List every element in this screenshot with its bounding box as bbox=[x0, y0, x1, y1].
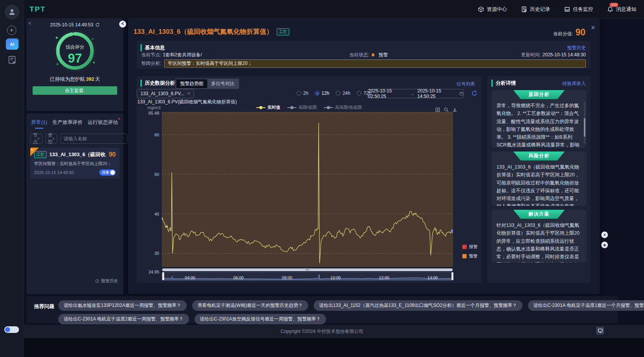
notification-badge: 103 bbox=[609, 3, 618, 7]
tab-status-eval[interactable]: 运行状态评估 bbox=[88, 119, 118, 129]
panel-timestamp: 2025-10-15 14:49:53 bbox=[50, 22, 93, 28]
type-select[interactable]: 类型▾ bbox=[45, 134, 57, 144]
tab-efficiency[interactable]: 生产效率评价 bbox=[52, 119, 83, 129]
cause-analysis-text: 异常，导致燃烧不完全，产生过多的氮氧化物。 2. **工艺参数波动**：混合气流… bbox=[496, 102, 582, 148]
chart-plot-area bbox=[162, 112, 453, 267]
date-range-picker[interactable]: 2025-10-15 02:50:25 → 2025-10-15 14:50:2… bbox=[368, 89, 464, 98]
question-chip[interactable]: 请给出C-2301A 电机定子温度2最近一周报警、预警频率？ bbox=[58, 314, 189, 324]
tag-chip[interactable]: 133_AI_1303_6.PV... × bbox=[137, 89, 194, 98]
section-title: 历史数据分析 bbox=[141, 80, 175, 87]
section-title: 分析详情 bbox=[491, 80, 516, 87]
user-avatar[interactable] bbox=[5, 5, 19, 19]
new-session-button[interactable]: + bbox=[7, 26, 16, 35]
datazoom-slider[interactable] bbox=[162, 272, 453, 280]
clock-icon bbox=[95, 279, 99, 283]
top-header: TPT 资源中心 历史记录 任务监控 103 消息通知 bbox=[0, 0, 644, 19]
refresh-chart-button[interactable] bbox=[471, 90, 477, 96]
tag-list-link[interactable]: 位号列表 bbox=[457, 81, 475, 87]
x-tick-label: 04:00 bbox=[182, 275, 199, 280]
top-nav: 资源中心 历史记录 任务监控 103 消息通知 bbox=[478, 0, 636, 19]
question-chip[interactable]: 请给出氨水输送泵133P1202A最近一周报警、预警频率？ bbox=[58, 300, 187, 311]
chart-scrollbar[interactable] bbox=[162, 268, 453, 271]
solution-card: 解决方案 针对133_AI_1303_6（硫回收烟气氮氧化物折算值）实时值高于窄… bbox=[491, 210, 587, 263]
close-icon[interactable]: × bbox=[591, 24, 595, 32]
question-chip[interactable]: 请给出C-2301A 电机定子温度1最近一个月报警、预警频率？ bbox=[528, 300, 644, 311]
current-score-value: 90 bbox=[575, 27, 585, 38]
radio-24h[interactable]: 24h bbox=[336, 91, 350, 96]
alarm-bell-icon bbox=[371, 53, 375, 57]
section-title: 基本信息 bbox=[141, 44, 165, 51]
inbox-icon bbox=[564, 6, 570, 12]
nav-label: 历史记录 bbox=[530, 6, 550, 13]
status-legend-item[interactable]: 预警 bbox=[462, 253, 477, 259]
nav-history[interactable]: 历史记录 bbox=[521, 6, 550, 13]
alarm-toggle[interactable]: 报警 bbox=[99, 169, 116, 176]
x-tick-label: 06:00 bbox=[230, 275, 247, 280]
app-logo: TPT bbox=[30, 5, 46, 14]
score-panel: < 2025-10-15 14:49:53 综合评分 97 bbox=[26, 19, 123, 111]
status-legend-item[interactable]: 报警 bbox=[462, 244, 477, 250]
app-root: TPT 资源中心 历史记录 任务监控 103 消息通知 bbox=[0, 0, 644, 357]
tag-chip-label: 133_AI_1303_6.PV... bbox=[141, 91, 184, 96]
tab-multi-tag[interactable]: 多位号对比 bbox=[207, 79, 238, 88]
nav-label: 任务监控 bbox=[573, 6, 593, 13]
ai-assistant-button[interactable]: AI bbox=[6, 39, 18, 50]
escort-days: 392 bbox=[86, 76, 94, 82]
journal-icon[interactable] bbox=[7, 55, 17, 64]
nav-notifications[interactable]: 103 消息通知 bbox=[607, 6, 636, 13]
card-scroll-thumb[interactable] bbox=[584, 118, 585, 137]
card-ribbon: 风险分析 bbox=[514, 152, 565, 160]
nav-resource-center[interactable]: 资源中心 bbox=[478, 6, 507, 13]
remove-chip-icon[interactable]: × bbox=[187, 91, 190, 96]
tab-anomaly[interactable]: 异常(1) bbox=[31, 119, 47, 129]
question-chip[interactable]: 查看电机定子测温(W相)最近一天的预警历史趋势？ bbox=[192, 300, 308, 311]
risk-analysis-card: 风险分析 133_AI_1303_6（硫回收烟气氮氧化物折算值）实时值若高于窄区… bbox=[491, 152, 587, 206]
name-search-input[interactable] bbox=[60, 134, 127, 144]
card-ribbon: 原因分析 bbox=[514, 90, 565, 99]
collapse-arrow-icon[interactable]: < bbox=[28, 20, 31, 26]
history-analysis-section: 历史数据分析 预警趋势图 多位号对比 位号列表 133_AI_1303_6.PV… bbox=[137, 76, 481, 283]
theme-toggle[interactable] bbox=[4, 326, 19, 333]
alert-list-item[interactable]: S 工艺 133_AI_1303_6（硫回收... 90 窄区间预警：实时值高于… bbox=[30, 148, 120, 179]
nav-task-monitor[interactable]: 任务监控 bbox=[564, 6, 593, 13]
legend-item[interactable]: 实时值 bbox=[256, 104, 280, 110]
warn-history-link[interactable]: 预警历史 bbox=[567, 45, 586, 51]
panel-collapse-button[interactable]: < bbox=[119, 21, 126, 28]
experience-entry-link[interactable]: 经验库录入 bbox=[562, 80, 586, 87]
legend-item[interactable]: 高高限/低低限 bbox=[324, 104, 362, 110]
craft-tag: 工艺 bbox=[34, 151, 47, 158]
bell-icon: 103 bbox=[607, 6, 613, 12]
updated-time: 更新时间:2025-10-15 14:48:30 bbox=[521, 52, 586, 58]
legend-item[interactable]: 高限/低限 bbox=[287, 104, 317, 110]
footer: Copyright ©2024 中控技术股份有限公司 bbox=[0, 325, 644, 338]
tab-warn-trend[interactable]: 预警趋势图 bbox=[176, 79, 207, 88]
cube-icon bbox=[478, 6, 484, 12]
cause-analysis-card: 原因分析 异常，导致燃烧不完全，产生过多的氮氧化物。 2. **工艺参数波动**… bbox=[491, 90, 587, 148]
solution-text: 针对133_AI_1303_6（硫回收烟气氮氧化物折算值）实时值高于窄区间上限2… bbox=[496, 221, 582, 263]
radio-2h[interactable]: 2h bbox=[297, 91, 308, 96]
corner-flag-icon: S bbox=[30, 148, 34, 152]
nav-label: 消息通知 bbox=[616, 6, 636, 13]
questions-label: 推荐问题 bbox=[34, 303, 54, 310]
question-chip[interactable]: 请给出C-2301A放空阀反馈信号最近一周报警、预警频率？ bbox=[194, 314, 326, 324]
float-close-button[interactable]: × bbox=[601, 232, 608, 238]
chart-mode-tabs: 预警趋势图 多位号对比 bbox=[175, 78, 239, 89]
radio-12h[interactable]: 12h bbox=[315, 91, 329, 96]
copyright-text: Copyright ©2024 中控技术股份有限公司 bbox=[0, 325, 644, 338]
ai-analysis-value: 窄区间预警：实时值高于窄区间上限20； bbox=[164, 59, 586, 68]
toggle-knob bbox=[110, 170, 115, 175]
x-tick-label: 14:00 bbox=[424, 275, 441, 280]
bottom-space bbox=[0, 338, 644, 357]
current-status: 当前状态: 预警 bbox=[349, 52, 388, 58]
chart-legend: 实时值高限/低限高高限/低低限 bbox=[137, 104, 481, 110]
x-tick-label: 12:00 bbox=[376, 275, 393, 280]
status-legend: 报警预警 bbox=[462, 244, 477, 263]
refresh-icon[interactable] bbox=[95, 23, 100, 27]
node-select[interactable]: 节点▾ bbox=[30, 134, 42, 144]
warn-history-link[interactable]: 预警历史 bbox=[95, 278, 118, 284]
x-tick-label: 08:00 bbox=[279, 275, 296, 280]
remote-desktop-icon[interactable] bbox=[596, 327, 604, 334]
float-pan-button[interactable]: ◈ bbox=[601, 242, 608, 248]
question-chip[interactable]: 请给出133_AI_1152（蒸汽过热器133_E_1109出口烟气SO2分析）… bbox=[314, 300, 522, 311]
self-monitor-button[interactable]: 自主监督. bbox=[33, 86, 117, 95]
